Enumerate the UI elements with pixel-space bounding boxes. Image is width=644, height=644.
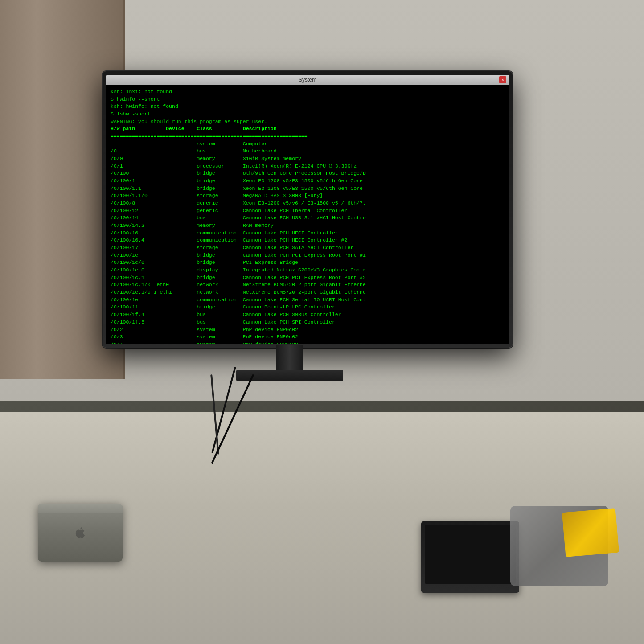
terminal-line: H/W path Device Class Description bbox=[111, 125, 505, 133]
terminal-line: /0/100/16 communication Cannon Lake PCH … bbox=[111, 230, 505, 237]
terminal-line: /0/100/12 generic Cannon Lake PCH Therma… bbox=[111, 207, 505, 215]
scene: System × ksh: inxi: not found$ hwinfo --… bbox=[0, 0, 644, 644]
terminal-line: WARNING: you should run this program as … bbox=[111, 118, 505, 126]
terminal-line: /0/100 bridge 8th/9th Gen Core Processor… bbox=[111, 170, 505, 177]
terminal-line: /0/100/1f bridge Cannon Point-LP LPC Con… bbox=[111, 304, 505, 311]
terminal-line: /0/100/14 bus Cannon Lake PCH USB 3.1 xH… bbox=[111, 214, 505, 222]
terminal-line: /0/100/1 bridge Xeon E3-1200 v5/E3-1500 … bbox=[111, 177, 505, 185]
monitor-stand-neck bbox=[276, 345, 303, 372]
terminal-line: ========================================… bbox=[111, 133, 505, 140]
monitor-bezel: System × ksh: inxi: not found$ hwinfo --… bbox=[103, 71, 513, 348]
terminal-line: /0/100/17 storage Cannon Lake PCH SATA A… bbox=[111, 244, 505, 252]
terminal-line: /0/100/1c.1 bridge Cannon Lake PCH PCI E… bbox=[111, 274, 505, 282]
terminal-line: /0/100/1f.5 bus Cannon Lake PCH SPI Cont… bbox=[111, 319, 505, 326]
terminal-line: /0/1 processor Intel(R) Xeon(R) E-2124 C… bbox=[111, 163, 505, 170]
apple-logo-icon bbox=[74, 526, 87, 539]
terminal-line: /0 bus Motherboard bbox=[111, 148, 505, 155]
terminal-line: /0/100/1c/0 bridge PCI Express Bridge bbox=[111, 259, 505, 267]
terminal-line: /0/100/1e communication Cannon Lake PCH … bbox=[111, 296, 505, 304]
close-button[interactable]: × bbox=[499, 76, 506, 83]
mac-mini bbox=[38, 504, 123, 562]
terminal-line: /0/100/1.1/0 storage MegaRAID SAS-3 3008… bbox=[111, 192, 505, 200]
terminal-line: /0/100/1c.1/0.1 eth1 network NetXtreme B… bbox=[111, 289, 505, 296]
yellow-item bbox=[562, 508, 619, 557]
terminal-line: /0/2 system PnP device PNP0c02 bbox=[111, 326, 505, 334]
terminal-line: /0/0 memory 31GiB System memory bbox=[111, 155, 505, 163]
terminal-line: /0/100/16.4 communication Cannon Lake PC… bbox=[111, 237, 505, 244]
terminal-line: /0/3 system PnP device PNP0c02 bbox=[111, 333, 505, 341]
terminal-line: /0/100/1c bridge Cannon Lake PCH PCI Exp… bbox=[111, 252, 505, 259]
terminal-line: /0/100/14.2 memory RAM memory bbox=[111, 222, 505, 230]
window-title: System bbox=[299, 77, 316, 83]
terminal-line: /0/100/1c.0 display Integrated Matrox G2… bbox=[111, 267, 505, 274]
terminal-line: ksh: hwinfo: not found bbox=[111, 103, 505, 111]
laptop-screen bbox=[425, 525, 516, 584]
terminal-line: $ lshw -short bbox=[111, 111, 505, 118]
terminal-line: $ hwinfo --short bbox=[111, 96, 505, 103]
monitor-screen: ksh: inxi: not found$ hwinfo --shortksh:… bbox=[106, 85, 509, 344]
terminal-line: /0/100/8 generic Xeon E3-1200 v5/v6 / E3… bbox=[111, 200, 505, 207]
laptop bbox=[421, 521, 519, 593]
terminal-output: ksh: inxi: not found$ hwinfo --shortksh:… bbox=[106, 85, 509, 344]
terminal-line: /0/100/1c.1/0 eth0 network NetXtreme BCM… bbox=[111, 281, 505, 289]
mac-mini-top bbox=[38, 504, 123, 513]
window-titlebar: System × bbox=[106, 75, 509, 85]
terminal-line: /0/100/1.1 bridge Xeon E3-1200 v5/E3-150… bbox=[111, 185, 505, 193]
terminal-line: /0/100/1f.4 bus Cannon Lake PCH SMBus Co… bbox=[111, 311, 505, 319]
terminal-line: ksh: inxi: not found bbox=[111, 88, 505, 96]
terminal-line: system Computer bbox=[111, 140, 505, 148]
terminal-line: /0/4 system PnP device PNP0c02 bbox=[111, 341, 505, 344]
